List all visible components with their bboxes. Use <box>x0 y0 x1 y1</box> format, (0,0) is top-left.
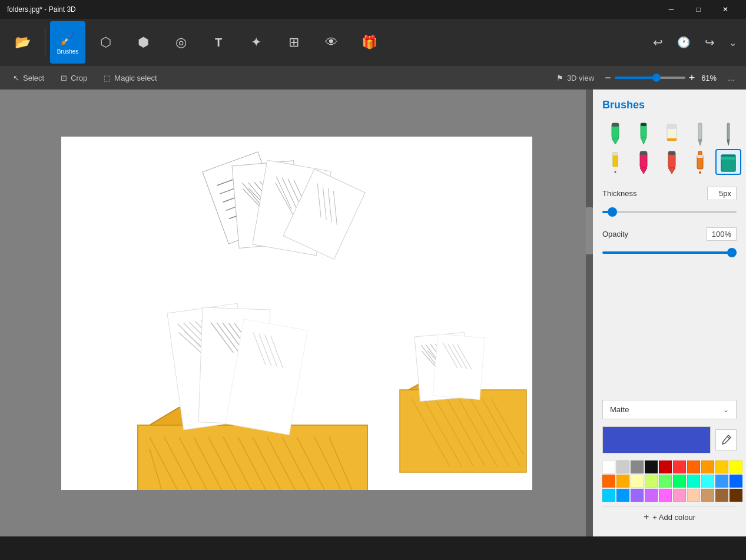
zoom-minus-button[interactable]: − <box>605 72 611 84</box>
color-red[interactable] <box>673 460 686 473</box>
brush-red-marker[interactable] <box>659 149 685 175</box>
subtoolbar-dots[interactable]: ... <box>723 71 739 85</box>
toolbar-select2d[interactable]: ⬡ <box>88 21 123 64</box>
brush-thin-pen[interactable] <box>715 121 741 147</box>
current-color-swatch[interactable] <box>602 426 711 453</box>
redo-button[interactable]: ↪ <box>698 21 721 64</box>
color-yellow-orange[interactable] <box>715 460 728 473</box>
taskbar <box>0 536 746 560</box>
brush-pencil[interactable] <box>602 149 628 175</box>
brush-orange-spray[interactable] <box>687 149 713 175</box>
brush-orange-spray-icon <box>691 150 709 174</box>
toolbar-resize[interactable]: ⊞ <box>276 21 311 64</box>
crop-label: Crop <box>71 74 87 82</box>
brush-marker[interactable] <box>602 121 628 147</box>
crop-icon: ⊡ <box>61 74 67 82</box>
color-tan[interactable] <box>701 489 714 502</box>
color-black[interactable] <box>645 460 658 473</box>
canvas-scrollbar[interactable] <box>586 90 593 536</box>
color-blue2[interactable] <box>616 489 629 502</box>
undo-button[interactable]: ↩ <box>646 21 669 64</box>
brush-pink-marker[interactable] <box>631 149 657 175</box>
toolbar-mixed[interactable]: 👁 <box>314 21 349 64</box>
toolbar-3dobjects[interactable]: ⬢ <box>125 21 161 64</box>
svg-rect-82 <box>612 123 619 127</box>
eyedropper-button[interactable] <box>715 429 737 450</box>
brush-teal-bucket[interactable] <box>715 149 741 175</box>
color-light-yellow[interactable] <box>631 475 644 488</box>
brush-pencil-icon <box>606 150 625 174</box>
crop-button[interactable]: ⊡ Crop <box>55 71 93 85</box>
color-orange[interactable] <box>687 460 700 473</box>
minimize-button[interactable]: ─ <box>658 0 685 19</box>
color-cyan2[interactable] <box>602 489 615 502</box>
select-button[interactable]: ↖ Select <box>7 71 50 85</box>
color-lightgray[interactable] <box>616 460 629 473</box>
color-darkred[interactable] <box>659 460 672 473</box>
maximize-button[interactable]: □ <box>685 0 712 19</box>
toolbar-gift[interactable]: 🎁 <box>352 21 387 64</box>
brush-teal-bucket-icon <box>718 150 739 174</box>
canvas-artwork <box>61 137 532 490</box>
canvas-area[interactable] <box>0 90 593 536</box>
add-icon: + <box>644 512 649 522</box>
color-lime[interactable] <box>645 475 658 488</box>
panel-title: Brushes <box>602 99 737 111</box>
color-green[interactable] <box>659 475 672 488</box>
toolbar-stickers[interactable]: ◎ <box>163 21 198 64</box>
color-orange2[interactable] <box>701 460 714 473</box>
canvas-background[interactable] <box>61 137 532 490</box>
color-amber[interactable] <box>616 475 629 488</box>
zoom-slider[interactable] <box>615 77 685 79</box>
thickness-slider[interactable] <box>602 211 737 213</box>
color-darkbrown[interactable] <box>730 489 742 502</box>
finish-dropdown[interactable]: Matte ⌄ <box>602 400 737 419</box>
color-pink2[interactable] <box>673 489 686 502</box>
magic-select-button[interactable]: ⬚ Magic select <box>98 71 163 85</box>
toolbar-text[interactable]: T <box>201 21 236 64</box>
svg-rect-75 <box>432 334 485 400</box>
add-color-label: + Add colour <box>652 513 695 522</box>
add-color-button[interactable]: + + Add colour <box>602 506 737 527</box>
color-violet[interactable] <box>645 489 658 502</box>
resize-icon: ⊞ <box>289 35 299 50</box>
color-orange3[interactable] <box>602 475 615 488</box>
scrollbar-thumb[interactable] <box>586 207 593 254</box>
brush-thin-pen-icon <box>719 122 738 145</box>
color-peach[interactable] <box>687 489 700 502</box>
select-label: Select <box>23 74 44 82</box>
brush-pen[interactable] <box>631 121 657 147</box>
brush-eraser[interactable] <box>659 121 685 147</box>
toolbar-effects[interactable]: ✦ <box>238 21 274 64</box>
close-button[interactable]: ✕ <box>712 0 739 19</box>
color-yellow[interactable] <box>730 460 742 473</box>
3dview-button[interactable]: ⚑ 3D view <box>551 71 600 85</box>
color-teal[interactable] <box>687 475 700 488</box>
toolbar: 📂 🖌️ Brushes ⬡ ⬢ ◎ T ✦ ⊞ 👁 🎁 ↩ 🕐 ↪ <box>0 19 746 66</box>
color-brown[interactable] <box>715 489 728 502</box>
toolbar-more-icon: ⌄ <box>729 37 737 48</box>
brushes-icon: 🖌️ <box>60 31 76 46</box>
zoom-plus-button[interactable]: + <box>689 72 695 84</box>
color-white[interactable] <box>602 460 615 473</box>
color-purple-light[interactable] <box>631 489 644 502</box>
select-icon: ↖ <box>13 74 19 82</box>
color-blue[interactable] <box>730 475 742 488</box>
toolbar-open[interactable]: 📂 <box>5 21 40 64</box>
opacity-slider[interactable] <box>602 251 737 254</box>
toolbar-brushes[interactable]: 🖌️ Brushes <box>50 21 85 64</box>
zoom-slider-container <box>615 77 685 79</box>
color-cyan[interactable] <box>701 475 714 488</box>
thickness-label: Thickness <box>602 189 637 198</box>
brush-pen-light[interactable] <box>687 121 713 147</box>
brush-marker-icon <box>606 122 625 145</box>
history-button[interactable]: 🕐 <box>672 21 695 64</box>
color-green2[interactable] <box>673 475 686 488</box>
color-pink[interactable] <box>659 489 672 502</box>
toolbar-more-button[interactable]: ⌄ <box>724 21 741 64</box>
svg-line-110 <box>727 436 730 439</box>
color-blue-light[interactable] <box>715 475 728 488</box>
color-gray[interactable] <box>631 460 644 473</box>
thickness-value: 5px <box>707 187 737 200</box>
opacity-value: 100% <box>707 227 737 241</box>
